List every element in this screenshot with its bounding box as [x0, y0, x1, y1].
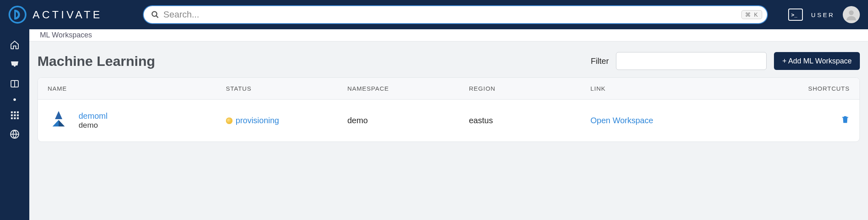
svg-rect-7 [11, 111, 13, 113]
search-icon [151, 11, 159, 19]
delete-icon[interactable] [841, 115, 850, 124]
svg-rect-11 [14, 114, 16, 116]
add-ml-workspace-button[interactable]: + Add ML Workspace [774, 52, 860, 70]
left-sidebar [0, 29, 29, 152]
name-cell: demoml demo [48, 109, 226, 133]
brand-wrap: ACTIVATE [8, 5, 102, 24]
nav-dot-icon[interactable] [13, 98, 16, 101]
svg-rect-10 [11, 114, 13, 116]
svg-marker-17 [55, 111, 62, 119]
nav-home-icon[interactable] [10, 40, 20, 50]
nav-inbox-icon[interactable] [10, 59, 20, 69]
content: Machine Learning Filter + Add ML Workspa… [29, 41, 868, 152]
svg-point-0 [9, 7, 26, 23]
col-status: STATUS [226, 85, 347, 92]
open-workspace-link[interactable]: Open Workspace [590, 116, 653, 125]
workspace-name-link[interactable]: demoml [79, 111, 107, 121]
col-link: LINK [590, 85, 769, 92]
workspace-subtitle: demo [79, 121, 107, 130]
table-row: demoml demo provisioning demo eastus Ope… [38, 100, 859, 142]
page-title: Machine Learning [37, 53, 155, 69]
col-region: REGION [469, 85, 590, 92]
breadcrumb[interactable]: ML Workspaces [29, 29, 868, 41]
namespace-cell: demo [347, 116, 469, 125]
global-search[interactable]: ⌘ K [143, 5, 768, 24]
status-text[interactable]: provisioning [236, 116, 279, 125]
svg-rect-13 [11, 118, 13, 120]
svg-marker-18 [53, 120, 59, 126]
svg-rect-15 [17, 118, 19, 120]
shortcuts-cell [769, 115, 850, 126]
main-area: ML Workspaces Machine Learning Filter + … [29, 29, 868, 152]
terminal-icon[interactable]: >_ [788, 9, 803, 21]
table-header: NAME STATUS NAMESPACE REGION LINK SHORTC… [38, 78, 859, 100]
svg-marker-19 [59, 120, 65, 126]
status-dot-icon [226, 118, 232, 124]
nav-grid-icon[interactable] [10, 111, 19, 120]
title-actions: Filter + Add ML Workspace [591, 52, 860, 70]
svg-rect-14 [14, 118, 16, 120]
svg-line-3 [156, 16, 158, 18]
nav-globe-icon[interactable] [10, 129, 20, 139]
svg-point-2 [152, 12, 157, 17]
brand-text: ACTIVATE [33, 9, 102, 21]
search-input[interactable] [163, 9, 741, 20]
col-namespace: NAMESPACE [347, 85, 469, 92]
user-label: USER [811, 11, 835, 18]
col-name: NAME [48, 85, 226, 92]
azure-ml-icon [48, 109, 70, 133]
svg-point-4 [849, 11, 854, 15]
svg-rect-1 [14, 10, 16, 20]
svg-rect-8 [14, 111, 16, 113]
search-shortcut-hint: ⌘ K [741, 10, 762, 19]
top-header: ACTIVATE ⌘ K >_ USER [0, 0, 868, 29]
status-cell: provisioning [226, 116, 347, 125]
col-shortcuts: SHORTCUTS [769, 85, 850, 92]
filter-input[interactable] [616, 52, 767, 70]
svg-rect-12 [17, 114, 19, 116]
nav-panel-icon[interactable] [10, 79, 20, 89]
user-avatar[interactable] [843, 6, 860, 23]
region-cell: eastus [469, 116, 590, 125]
svg-rect-9 [17, 111, 19, 113]
link-cell: Open Workspace [590, 116, 769, 125]
workspaces-table: NAME STATUS NAMESPACE REGION LINK SHORTC… [37, 77, 860, 142]
title-row: Machine Learning Filter + Add ML Workspa… [37, 52, 860, 70]
filter-label: Filter [591, 57, 609, 66]
brand-logo-icon [8, 5, 27, 24]
